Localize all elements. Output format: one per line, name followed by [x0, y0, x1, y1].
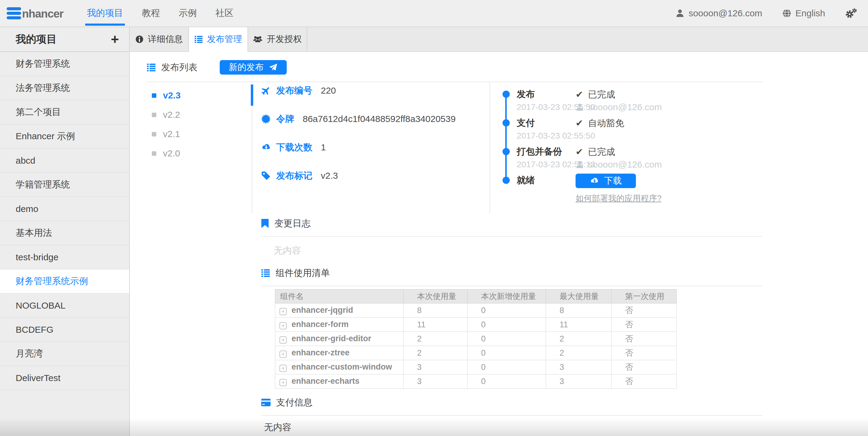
- sidebar-item-project[interactable]: 学籍管理系统: [0, 173, 129, 197]
- table-header-cell: 组件名: [275, 290, 404, 303]
- sidebar-item-project[interactable]: NOGLOBAL: [0, 293, 129, 318]
- nav-item-我的项目[interactable]: 我的项目: [87, 0, 123, 26]
- version-item[interactable]: v2.3: [152, 86, 181, 105]
- changelog-header: 变更日志: [261, 217, 763, 230]
- status-text: 已完成: [588, 88, 615, 100]
- version-bullet-icon: [152, 132, 156, 137]
- sidebar-item-project[interactable]: 财务管理系统: [0, 52, 129, 76]
- language-switch[interactable]: English: [782, 8, 825, 19]
- expand-row-icon[interactable]: +: [279, 322, 287, 329]
- sidebar-item-project[interactable]: 月亮湾: [0, 342, 129, 366]
- table-cell: 3: [546, 360, 612, 374]
- timeline-step-publish: 发布 ✔ 已完成 2017-03-23 02:55:50 soooon@126.…: [517, 85, 662, 113]
- timeline-step-ready: 就绪 下载 如何部署我的应用程序?: [517, 171, 662, 204]
- table-cell: 0: [467, 332, 546, 346]
- check-icon: ✔: [576, 117, 583, 129]
- tab-detail-info[interactable]: 详细信息: [130, 27, 189, 51]
- meta-label: 令牌: [276, 113, 294, 125]
- user-menu[interactable]: soooon@126.com: [676, 8, 763, 19]
- section-divider: [261, 415, 763, 416]
- globe-icon: [782, 9, 791, 18]
- tag-icon: [261, 171, 271, 180]
- download-button[interactable]: 下载: [576, 174, 636, 188]
- sidebar-item-project[interactable]: test-bridge: [0, 245, 129, 269]
- tab-label: 开发授权: [267, 33, 302, 45]
- step-time: 2017-03-23 02:55:50: [517, 130, 576, 142]
- nav-item-社区[interactable]: 社区: [216, 0, 234, 26]
- nav-item-示例[interactable]: 示例: [179, 0, 197, 26]
- table-cell: 2: [404, 346, 467, 360]
- sidebar-item-project[interactable]: 第二个项目: [0, 100, 129, 124]
- expand-row-icon[interactable]: +: [279, 337, 287, 344]
- meta-value: 1: [321, 141, 326, 153]
- projects-sidebar: 我的项目 + 财务管理系统法务管理系统第二个项目Enhancer 示例abcd学…: [0, 27, 130, 436]
- step-title: 支付: [517, 117, 576, 129]
- sidebar-item-project[interactable]: 法务管理系统: [0, 76, 129, 100]
- main-nav: 我的项目教程示例社区: [87, 0, 234, 27]
- step-title: 打包并备份: [517, 146, 576, 158]
- new-release-button[interactable]: 新的发布: [220, 60, 287, 75]
- sidebar-item-project[interactable]: demo: [0, 197, 129, 221]
- table-cell: 8: [546, 303, 612, 318]
- step-status: ✔ 已完成: [576, 88, 662, 101]
- version-item[interactable]: v2.1: [152, 124, 181, 144]
- active-version-indicator: [251, 85, 253, 106]
- payment-section: 支付信息 无内容: [261, 397, 763, 433]
- table-header-row: 组件名本次使用量本次新增使用量最大使用量第一次使用: [275, 290, 677, 303]
- version-item[interactable]: v2.0: [152, 144, 181, 163]
- version-label: v2.3: [163, 90, 181, 100]
- user-icon: [676, 9, 684, 18]
- sidebar-item-project[interactable]: DeliverTest: [0, 366, 129, 390]
- settings-button[interactable]: [845, 8, 857, 19]
- table-cell: 8: [404, 303, 467, 318]
- sidebar-item-project[interactable]: abcd: [0, 149, 129, 173]
- step-title: 就绪: [517, 174, 576, 188]
- release-panel: 发布列表 新的发布 v2.3v2.2v2.1v2.0 发布编号 220: [130, 52, 868, 436]
- plane-icon: [259, 84, 273, 97]
- meta-value: v2.3: [321, 170, 338, 182]
- version-list: v2.3v2.2v2.1v2.0: [152, 86, 181, 163]
- table-header-cell: 本次使用量: [404, 290, 467, 303]
- version-bullet-icon: [152, 113, 156, 117]
- step-user: soooon@126.com: [576, 159, 662, 171]
- step-status: ✔ 已完成: [576, 146, 662, 158]
- release-list-title: 发布列表: [161, 61, 197, 74]
- logo[interactable]: nhancer: [7, 6, 63, 20]
- expand-row-icon[interactable]: +: [279, 365, 287, 372]
- step-time: 2017-03-23 02:55:50: [517, 101, 576, 114]
- sidebar-item-project[interactable]: BCDEFG: [0, 318, 129, 342]
- table-cell: 否: [612, 318, 677, 332]
- expand-row-icon[interactable]: +: [279, 379, 287, 386]
- meta-label: 发布编号: [276, 85, 312, 97]
- table-cell: 3: [404, 360, 467, 374]
- step-title: 发布: [517, 88, 576, 101]
- meta-label: 下载次数: [276, 141, 312, 153]
- sidebar-item-project[interactable]: 基本用法: [0, 221, 129, 245]
- expand-row-icon[interactable]: +: [279, 308, 287, 315]
- top-navbar: nhancer 我的项目教程示例社区 soooon@126.com Englis…: [0, 0, 868, 27]
- component-name: enhancer-custom-window: [291, 362, 392, 371]
- expand-row-icon[interactable]: +: [279, 351, 287, 358]
- tab-dev-authorization[interactable]: 开发授权: [248, 27, 307, 51]
- table-cell: 0: [467, 374, 546, 388]
- version-bullet-icon: [152, 151, 156, 156]
- version-item[interactable]: v2.2: [152, 105, 181, 124]
- sidebar-item-project[interactable]: Enhancer 示例: [0, 124, 129, 149]
- add-project-button[interactable]: +: [111, 33, 119, 45]
- deploy-help-link[interactable]: 如何部署我的应用程序?: [576, 193, 662, 204]
- user-icon: [576, 160, 584, 169]
- component-name-cell: +enhancer-echarts: [275, 374, 404, 388]
- nav-item-教程[interactable]: 教程: [142, 0, 160, 26]
- table-row: +enhancer-grid-editor202否: [275, 332, 677, 346]
- check-icon: ✔: [576, 88, 583, 100]
- release-list-header: 发布列表 新的发布: [147, 60, 868, 75]
- meta-row-release-number: 发布编号 220: [261, 85, 456, 113]
- section-divider: [261, 236, 763, 237]
- payment-empty-text: 无内容: [264, 421, 763, 433]
- table-cell: 否: [612, 360, 677, 374]
- sidebar-item-project[interactable]: 财务管理系统示例: [0, 269, 129, 293]
- meta-label: 发布标记: [276, 170, 312, 182]
- paper-plane-icon: [269, 63, 278, 72]
- changelog-section: 变更日志 无内容: [261, 217, 763, 257]
- tab-release-management[interactable]: 发布管理: [189, 27, 248, 52]
